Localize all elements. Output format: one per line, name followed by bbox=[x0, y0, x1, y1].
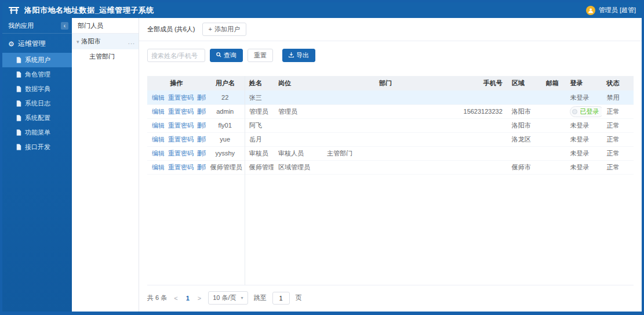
sidebar-item-0[interactable]: 系统用户 bbox=[2, 53, 72, 67]
cell-name: 偃师管理员 bbox=[245, 160, 274, 174]
next-page-button[interactable]: > bbox=[197, 295, 202, 302]
delete-link[interactable]: 删除 bbox=[197, 150, 206, 157]
sidebar-collapse-icon[interactable]: ‹ bbox=[61, 22, 68, 30]
prev-page-button[interactable]: < bbox=[173, 295, 179, 302]
search-input[interactable] bbox=[147, 49, 205, 62]
members-count-label: 全部成员 (共6人) bbox=[147, 25, 195, 34]
cell-email bbox=[541, 132, 566, 146]
reset-password-link[interactable]: 重置密码 bbox=[168, 122, 194, 129]
search-button[interactable]: 查询 bbox=[210, 49, 243, 62]
edit-link[interactable]: 编辑 bbox=[152, 164, 165, 171]
sidebar-item-label: 数据字典 bbox=[25, 85, 50, 93]
reset-password-link[interactable]: 重置密码 bbox=[168, 108, 194, 115]
sidebar-item-2[interactable]: 数据字典 bbox=[2, 82, 72, 96]
cell-name: 岳月 bbox=[245, 132, 274, 146]
cell-name: 阿飞 bbox=[245, 118, 274, 132]
sidebar-item-label: 接口开发 bbox=[25, 143, 50, 151]
sidebar-item-1[interactable]: 角色管理 bbox=[2, 67, 72, 82]
document-icon bbox=[16, 115, 21, 121]
cell-status: 正常 bbox=[602, 104, 634, 118]
cell-email bbox=[541, 146, 566, 160]
cell-dept bbox=[322, 104, 449, 118]
reset-button[interactable]: 重置 bbox=[248, 49, 273, 62]
cell-email bbox=[541, 160, 566, 174]
jump-page-input[interactable] bbox=[272, 292, 290, 305]
caret-down-icon[interactable]: ▾ bbox=[77, 39, 79, 45]
cell-region: 洛龙区 bbox=[507, 132, 541, 146]
cell-dept: 主管部门 bbox=[322, 146, 449, 160]
reset-password-link[interactable]: 重置密码 bbox=[168, 94, 194, 101]
tree-node-child[interactable]: 主管部门 bbox=[72, 49, 139, 64]
cell-username: admin bbox=[206, 104, 245, 118]
reset-password-link[interactable]: 重置密码 bbox=[168, 150, 194, 157]
cell-dept bbox=[322, 132, 449, 146]
edit-link[interactable]: 编辑 bbox=[152, 122, 165, 129]
cell-username: fly01 bbox=[206, 118, 245, 132]
cell-username: 偃师管理员 bbox=[206, 160, 245, 174]
tree-node-root[interactable]: ▾ 洛阳市 ... bbox=[72, 34, 139, 49]
main-content: 全部成员 (共6人) + 添加用户 查询 重置 bbox=[139, 18, 642, 312]
edit-link[interactable]: 编辑 bbox=[152, 94, 165, 101]
sidebar-item-5[interactable]: 功能菜单 bbox=[2, 125, 72, 140]
plus-icon: + bbox=[209, 26, 212, 33]
cell-login: 已登录 bbox=[565, 104, 602, 118]
more-options-icon[interactable]: ... bbox=[128, 38, 135, 45]
cell-login: 未登录 bbox=[565, 146, 602, 160]
column-header: 登录 bbox=[565, 76, 602, 90]
delete-link[interactable]: 删除 bbox=[197, 136, 206, 143]
page-title: 洛阳市地名地址数据_运维管理子系统 bbox=[24, 5, 154, 16]
login-toggle[interactable]: 已登录 bbox=[570, 106, 602, 117]
table-row: 编辑重置密码删除admin管理员管理员15623123232洛阳市已登录正常 bbox=[147, 104, 634, 118]
edit-link[interactable]: 编辑 bbox=[152, 136, 165, 143]
reset-password-link[interactable]: 重置密码 bbox=[168, 136, 194, 143]
sidebar-apps-label[interactable]: 我的应用 bbox=[8, 21, 34, 30]
cell-phone bbox=[449, 118, 507, 132]
cell-email bbox=[541, 104, 566, 118]
column-header: 邮箱 bbox=[541, 76, 566, 90]
cell-region bbox=[507, 90, 541, 104]
top-header: 洛阳市地名地址数据_运维管理子系统 管理员 [超管] bbox=[2, 2, 642, 18]
cell-region: 洛阳市 bbox=[507, 118, 541, 132]
delete-link[interactable]: 删除 bbox=[197, 108, 206, 115]
cell-username: yue bbox=[206, 132, 245, 146]
cell-login: 未登录 bbox=[565, 160, 602, 174]
tree-root-label[interactable]: 洛阳市 bbox=[82, 37, 126, 46]
sidebar-item-4[interactable]: 系统配置 bbox=[2, 111, 72, 125]
delete-link[interactable]: 删除 bbox=[197, 122, 206, 129]
cell-username: 22 bbox=[206, 90, 245, 104]
table-row: 编辑重置密码删除偃师管理员偃师管理员区域管理员偃师市未登录正常 bbox=[147, 160, 634, 174]
cell-name: 管理员 bbox=[245, 104, 274, 118]
cell-login: 未登录 bbox=[565, 90, 602, 104]
reset-password-link[interactable]: 重置密码 bbox=[168, 164, 194, 171]
sidebar-item-3[interactable]: 系统日志 bbox=[2, 96, 72, 111]
export-button[interactable]: 导出 bbox=[282, 49, 315, 62]
user-name[interactable]: 管理员 [超管] bbox=[599, 6, 636, 15]
cell-status: 正常 bbox=[602, 132, 634, 146]
cell-phone: 15623123232 bbox=[449, 104, 507, 118]
delete-link[interactable]: 删除 bbox=[197, 94, 206, 101]
sidebar-item-label: 角色管理 bbox=[25, 70, 50, 79]
cell-login: 未登录 bbox=[565, 118, 602, 132]
delete-link[interactable]: 删除 bbox=[197, 164, 206, 171]
cell-phone bbox=[449, 90, 507, 104]
cell-dept bbox=[322, 118, 449, 132]
table-header-row: 操作用户名姓名岗位部门手机号区域邮箱登录状态 bbox=[147, 76, 634, 90]
sidebar-item-6[interactable]: 接口开发 bbox=[2, 140, 72, 154]
page-number-button[interactable]: 1 bbox=[185, 295, 191, 302]
add-user-button[interactable]: + 添加用户 bbox=[202, 23, 246, 36]
cell-post: 审核人员 bbox=[274, 146, 322, 160]
department-panel: 部门人员 ▾ 洛阳市 ... 主管部门 bbox=[72, 18, 139, 312]
edit-link[interactable]: 编辑 bbox=[152, 108, 165, 115]
chevron-down-icon: ▾ bbox=[241, 295, 243, 300]
cell-post bbox=[274, 118, 322, 132]
sidebar-item-label: 系统日志 bbox=[25, 99, 50, 108]
column-header: 姓名 bbox=[245, 76, 274, 90]
document-icon bbox=[16, 57, 21, 63]
page-size-select[interactable]: 10 条/页 ▾ bbox=[208, 291, 248, 305]
column-header: 手机号 bbox=[449, 76, 507, 90]
sidebar-group-ops[interactable]: ⚙ 运维管理 bbox=[2, 34, 72, 53]
cell-name: 张三 bbox=[245, 90, 274, 104]
edit-link[interactable]: 编辑 bbox=[152, 150, 165, 157]
user-avatar[interactable] bbox=[586, 6, 595, 15]
gear-icon: ⚙ bbox=[8, 41, 14, 48]
